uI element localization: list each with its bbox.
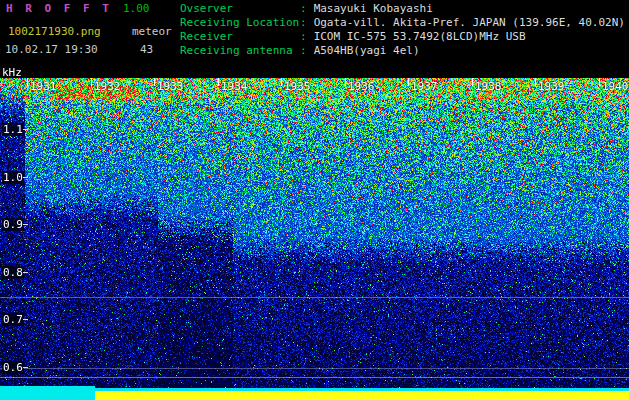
app-version: 1.00 bbox=[123, 3, 150, 15]
observer-row-label: Receiving Location bbox=[180, 16, 300, 30]
observer-row: Receiving Location:Ogata-vill. Akita-Pre… bbox=[180, 16, 625, 30]
observer-row-label: Receiving antenna bbox=[180, 44, 300, 58]
observer-row-value: ICOM IC-575 53.7492(8LCD)MHz USB bbox=[314, 30, 526, 44]
observer-row-separator: : bbox=[300, 30, 307, 44]
observer-row-separator: : bbox=[300, 44, 307, 58]
echo-count: 43 bbox=[140, 44, 153, 56]
observer-row: Ovserver:Masayuki Kobayashi bbox=[180, 2, 625, 16]
observer-info-block: Ovserver:Masayuki KobayashiReceiving Loc… bbox=[180, 2, 625, 58]
hrofft-window: H R O F F T 1.00 1002171930.png meteor 1… bbox=[0, 0, 629, 400]
observer-row-label: Ovserver bbox=[180, 2, 300, 16]
app-title: H R O F F T bbox=[6, 3, 112, 15]
observer-row: Receiver:ICOM IC-575 53.7492(8LCD)MHz US… bbox=[180, 30, 625, 44]
observer-row-value: A504HB(yagi 4el) bbox=[314, 44, 420, 58]
spectrogram-canvas bbox=[0, 78, 629, 400]
mode-label: meteor bbox=[132, 26, 172, 38]
observation-datetime: 10.02.17 19:30 bbox=[5, 44, 98, 56]
observer-row-separator: : bbox=[300, 16, 307, 30]
observer-row: Receiving antenna:A504HB(yagi 4el) bbox=[180, 44, 625, 58]
observer-row-value: Ogata-vill. Akita-Pref. JAPAN (139.96E, … bbox=[314, 16, 625, 30]
observer-row-separator: : bbox=[300, 2, 307, 16]
header-bar: H R O F F T 1.00 1002171930.png meteor 1… bbox=[0, 0, 629, 78]
observer-row-value: Masayuki Kobayashi bbox=[314, 2, 433, 16]
observer-row-label: Receiver bbox=[180, 30, 300, 44]
output-filename: 1002171930.png bbox=[8, 26, 101, 38]
